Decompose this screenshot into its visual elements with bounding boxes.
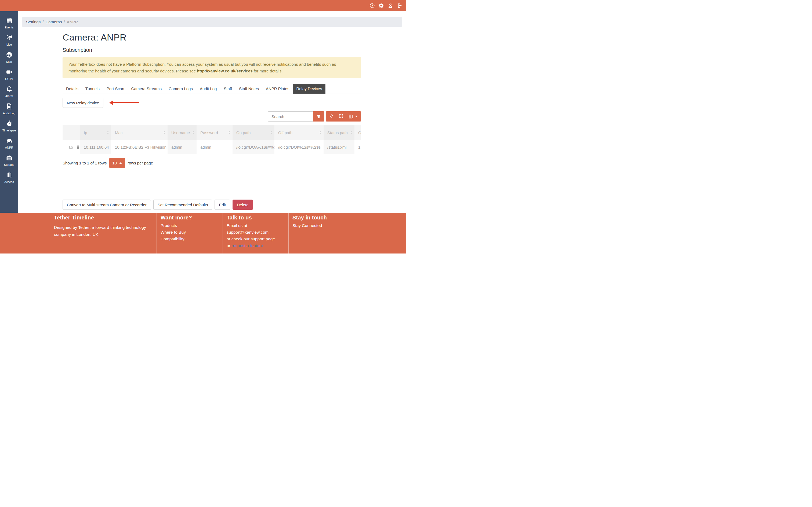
tab-audit-log[interactable]: Audit Log <box>196 84 220 94</box>
tab-camera-streams[interactable]: Camera Streams <box>128 84 165 94</box>
footer-brand-column: Tether Timeline Designed by Tether, a fo… <box>0 213 157 253</box>
breadcrumb-separator: / <box>42 19 44 24</box>
row-actions-cell <box>62 140 80 154</box>
sidebar-item-anpr[interactable]: ANPR <box>0 135 18 152</box>
tab-relay-devices[interactable]: Relay Devices <box>293 84 325 94</box>
clear-search-button[interactable] <box>313 111 324 121</box>
gear-icon[interactable] <box>378 3 384 8</box>
footer-support-page-link[interactable]: or check our support page <box>226 237 288 241</box>
edit-button[interactable]: Edit <box>214 200 230 210</box>
chevron-up-icon <box>119 162 122 164</box>
sort-icon[interactable] <box>107 131 109 134</box>
table-header-off-path[interactable]: Off path <box>274 125 323 140</box>
sidebar-item-storage[interactable]: Storage <box>0 152 18 169</box>
cell-status-path: /status.xml <box>323 140 354 154</box>
cell-username: admin <box>167 140 197 154</box>
sidebar-item-live[interactable]: Live <box>0 32 18 49</box>
sidebar-item-audit-log[interactable]: Audit Log <box>0 100 18 117</box>
footer-request-feature-line: or request a feature <box>226 243 288 247</box>
footer-stay-connected-link[interactable]: Stay Connected <box>292 223 406 227</box>
sort-icon[interactable] <box>270 131 272 134</box>
page-title: Camera: ANPR <box>62 32 361 43</box>
request-feature-link[interactable]: request a feature <box>232 243 263 248</box>
refresh-button[interactable] <box>329 114 334 119</box>
table-row: 10.111.160.64 10:12:FB:6E:B2:F3 Hikvisio… <box>62 140 361 154</box>
footer-stay-heading: Stay in touch <box>292 215 406 221</box>
table-header-actions <box>62 125 80 140</box>
sidebar-item-access[interactable]: Access <box>0 169 18 186</box>
footer-stay-column: Stay in touch Stay Connected <box>288 213 406 253</box>
sidebar-item-label: ANPR <box>5 146 13 149</box>
sort-icon[interactable] <box>163 131 165 134</box>
sign-out-icon[interactable] <box>397 3 402 8</box>
tab-staff-notes[interactable]: Staff Notes <box>236 84 262 94</box>
table-header-clipped[interactable]: Ou <box>354 125 361 140</box>
cell-clipped: 1 <box>354 140 361 154</box>
footer: Tether Timeline Designed by Tether, a fo… <box>0 213 406 253</box>
trash-icon <box>317 114 321 119</box>
footer-link-where-to-buy[interactable]: Where to Buy <box>161 230 222 234</box>
sidebar-item-timelapse[interactable]: Timelapse <box>0 117 18 135</box>
red-arrow-annotation <box>109 100 139 105</box>
page-size-dropdown[interactable]: 10 <box>109 158 125 168</box>
tab-staff[interactable]: Staff <box>220 84 236 94</box>
broadcast-icon <box>6 34 13 42</box>
sort-icon[interactable] <box>319 131 321 134</box>
footer-support-email-link[interactable]: support@xanview.com <box>226 230 288 234</box>
convert-button[interactable]: Convert to Multi-stream Camera or Record… <box>62 200 151 210</box>
footer-link-compatibility[interactable]: Compatibility <box>161 237 222 241</box>
sidebar-item-alarm[interactable]: Alarm <box>0 83 18 100</box>
sidebar-item-label: Storage <box>4 163 14 166</box>
help-icon[interactable]: ? <box>369 3 375 8</box>
tab-tunnels[interactable]: Tunnels <box>82 84 103 94</box>
globe-icon <box>6 52 13 59</box>
stopwatch-icon <box>6 120 13 128</box>
delete-row-icon[interactable] <box>76 145 80 150</box>
table-header-ip[interactable]: Ip <box>80 125 111 140</box>
table-header-username[interactable]: Username <box>167 125 197 140</box>
sidebar-item-events[interactable]: Events <box>0 14 18 32</box>
relay-devices-table: Ip Mac Username Password On path Off pat… <box>62 125 361 154</box>
breadcrumb-settings[interactable]: Settings <box>26 19 41 24</box>
breadcrumb-separator: / <box>64 19 65 24</box>
sidebar-item-cctv[interactable]: CCTV <box>0 66 18 83</box>
warning-text: for more details. <box>253 69 283 73</box>
fullscreen-button[interactable] <box>339 114 344 119</box>
user-icon[interactable] <box>388 3 393 8</box>
sidebar-item-label: Timelapse <box>2 129 16 132</box>
tab-camera-logs[interactable]: Camera Logs <box>165 84 196 94</box>
sort-icon[interactable] <box>192 131 194 134</box>
search-input[interactable] <box>268 111 313 121</box>
sidebar-item-label: Access <box>4 180 14 183</box>
breadcrumb-cameras[interactable]: Cameras <box>45 19 62 24</box>
table-header-mac[interactable]: Mac <box>111 125 167 140</box>
warehouse-icon <box>6 155 13 162</box>
car-icon <box>6 137 13 145</box>
table-controls-group <box>326 111 361 121</box>
sort-icon[interactable] <box>228 131 231 134</box>
tab-details[interactable]: Details <box>62 84 82 94</box>
footer-talk-column: Talk to us Email us at support@xanview.c… <box>222 213 288 253</box>
columns-button[interactable] <box>349 114 358 119</box>
tab-port-scan[interactable]: Port Scan <box>103 84 128 94</box>
breadcrumb: Settings/Cameras/ANPR <box>22 17 402 27</box>
edit-icon[interactable] <box>69 145 73 150</box>
sidebar: Events Live Map CCTV Alarm Audit Log Tim… <box>0 11 18 213</box>
table-header-on-path[interactable]: On path <box>233 125 274 140</box>
services-link[interactable]: http://xanview.co.uk/services <box>197 69 253 73</box>
tab-anpr-plates[interactable]: ANPR Plates <box>262 84 293 94</box>
document-icon <box>6 103 13 111</box>
set-defaults-button[interactable]: Set Recommended Defaults <box>153 200 212 210</box>
footer-want-more-heading: Want more? <box>161 215 222 221</box>
section-title: Subscription <box>62 47 361 53</box>
sidebar-item-map[interactable]: Map <box>0 49 18 66</box>
table-header-password[interactable]: Password <box>197 125 233 140</box>
sort-icon[interactable] <box>350 131 352 134</box>
new-relay-device-button[interactable]: New Relay device <box>62 98 103 108</box>
footer-link-products[interactable]: Products <box>161 223 222 227</box>
footer-brand-text: Designed by Tether, a forward thinking t… <box>54 224 148 238</box>
pagination: Showing 1 to 1 of 1 rows 10 rows per pag… <box>62 158 361 168</box>
sidebar-item-label: CCTV <box>5 77 13 80</box>
table-header-status-path[interactable]: Status path <box>323 125 354 140</box>
delete-button[interactable]: Delete <box>233 200 253 210</box>
